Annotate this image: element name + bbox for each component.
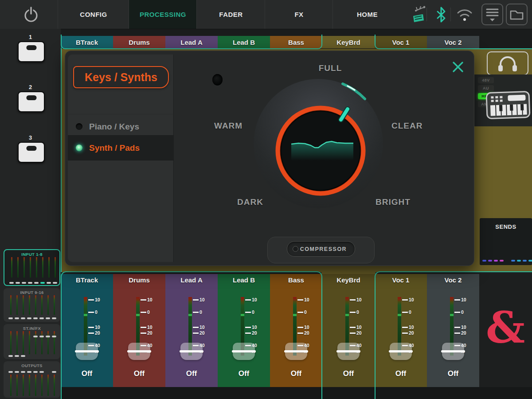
mini-meter — [42, 257, 43, 278]
usb-device-icon — [411, 4, 428, 25]
fader-tick-label: 0 — [409, 310, 411, 314]
mini-fader-dash — [33, 336, 38, 337]
brand-ampersand-logo: & — [483, 303, 528, 352]
top-tab-fader[interactable]: FADER — [196, 0, 265, 29]
fader-tick — [193, 332, 199, 334]
fader-tick-label: 10 — [147, 325, 153, 329]
fader-cap[interactable] — [233, 343, 255, 360]
fader-tick — [141, 299, 146, 301]
fader-cap[interactable] — [180, 343, 203, 360]
channel-tab-keybrd[interactable]: KeyBrd — [322, 36, 375, 48]
softkey-button-1[interactable] — [18, 41, 45, 62]
fader-tick-label: 20 — [461, 331, 466, 335]
fader-cap-line — [232, 350, 256, 352]
channel-tab-voc1[interactable]: Voc 1 — [375, 36, 427, 48]
sends-panel[interactable]: SENDS — [480, 218, 532, 265]
channel-tab-bass[interactable]: Bass — [270, 36, 322, 48]
fader-value: Off — [270, 369, 322, 378]
mini-meter — [29, 331, 30, 354]
close-icon[interactable] — [452, 61, 464, 73]
fader-tick-label: 20 — [304, 331, 309, 335]
fader-tick-label: 10 — [356, 297, 362, 302]
fader-cap[interactable] — [390, 343, 412, 360]
fader-tick-label: 20 — [95, 331, 100, 335]
mini-fader-dash — [21, 371, 25, 373]
option-synth-pads[interactable]: Synth / Pads — [68, 135, 173, 160]
sends-meter-dash — [511, 260, 515, 262]
top-tab-fx[interactable]: FX — [265, 0, 333, 29]
fader-tick — [350, 332, 356, 334]
fader-tick-label: 20 — [409, 331, 414, 335]
compressor-label: COMPRESSOR — [298, 246, 348, 252]
fader-tick-label: 0 — [200, 310, 202, 314]
top-tab-processing[interactable]: PROCESSING — [129, 0, 197, 29]
fader-tick-label: 10 — [147, 297, 153, 302]
mini-fader-dash — [9, 282, 14, 284]
channel-strip-voc2: Voc 2100102040∞Off — [427, 274, 479, 387]
fader-tick-label: 20 — [147, 331, 153, 335]
mini-meter — [23, 257, 25, 278]
fader-value: Off — [322, 369, 375, 378]
channel-tab-drums[interactable]: Drums — [113, 36, 165, 48]
power-icon[interactable] — [23, 6, 39, 23]
fader-tick — [297, 312, 303, 313]
strip-name: Bass — [270, 276, 322, 284]
mini-fader-dash — [15, 371, 19, 373]
fader-tick — [402, 332, 408, 334]
fader-value: Off — [61, 369, 113, 378]
mini-meter — [29, 295, 30, 315]
folder-button[interactable] — [506, 4, 528, 25]
fader-tick-label: 20 — [356, 331, 362, 335]
channel-tab-leadb[interactable]: Lead B — [218, 36, 270, 48]
fader-tick-label: 10 — [356, 325, 362, 329]
fader-cap[interactable] — [76, 343, 98, 360]
fader-tick — [402, 327, 408, 328]
meter-panel-input-1-8[interactable]: INPUT 1-8 — [4, 249, 60, 286]
fader-tick — [88, 327, 94, 328]
compressor-button[interactable]: COMPRESSOR — [287, 241, 355, 257]
indicator-led — [212, 74, 223, 86]
fader-cap[interactable] — [337, 343, 360, 360]
mini-fader-dash — [27, 371, 31, 373]
fader-tick — [88, 299, 94, 301]
meter-panel-st-in-fx[interactable]: ST.IN/FX — [4, 324, 60, 359]
strip-meter-level — [450, 314, 454, 316]
strip-meter-level — [84, 314, 87, 316]
keyboard-icon — [485, 86, 531, 122]
mini-fader-dash — [52, 371, 56, 373]
fader-tick — [454, 312, 460, 313]
fader-tick-label: 10 — [95, 325, 100, 329]
fader-cap[interactable] — [442, 343, 464, 360]
fader-tick-label: 20 — [200, 331, 205, 335]
top-tab-config[interactable]: CONFIG — [58, 0, 129, 29]
meter-panel-input-9-16[interactable]: INPUT 9-16 — [4, 288, 60, 322]
fader-cap[interactable] — [285, 343, 307, 360]
channel-tab-voc2[interactable]: Voc 2 — [427, 36, 479, 48]
compressor-led — [293, 246, 298, 252]
tone-knob[interactable] — [247, 78, 394, 224]
channel-tab-btrack[interactable]: BTrack — [61, 36, 113, 48]
softkey-slot — [26, 95, 36, 100]
fader-cap[interactable] — [128, 343, 150, 360]
fader-value: Off — [165, 369, 218, 378]
mini-fader-dash — [16, 282, 20, 284]
softkey-button-3[interactable] — [18, 142, 45, 163]
option-label: Synth / Pads — [89, 143, 140, 153]
fader-tick — [141, 327, 146, 328]
fader-tick-label: 0 — [461, 310, 464, 314]
sends-meter-dash — [517, 260, 521, 262]
channel-strip-bass: Bass100102040∞Off — [270, 274, 322, 387]
softkey-slot — [26, 45, 36, 50]
fader-tick-label: 0 — [147, 310, 150, 314]
channel-tab-leada[interactable]: Lead A — [165, 36, 218, 48]
softkey-button-2[interactable] — [18, 91, 45, 112]
sends-meter-dash — [494, 260, 498, 262]
meter-panel-outputs[interactable]: OUTPUTS — [4, 361, 60, 398]
fader-tick-label: 0 — [304, 310, 307, 314]
knob-label-clear: CLEAR — [391, 121, 422, 131]
channel-strip-leada: Lead A100102040∞Off — [165, 274, 218, 387]
headphones-button[interactable] — [487, 51, 528, 75]
fader-tick — [193, 312, 199, 313]
scene-list-button[interactable] — [481, 4, 503, 25]
top-tab-home[interactable]: HOME — [332, 0, 402, 29]
